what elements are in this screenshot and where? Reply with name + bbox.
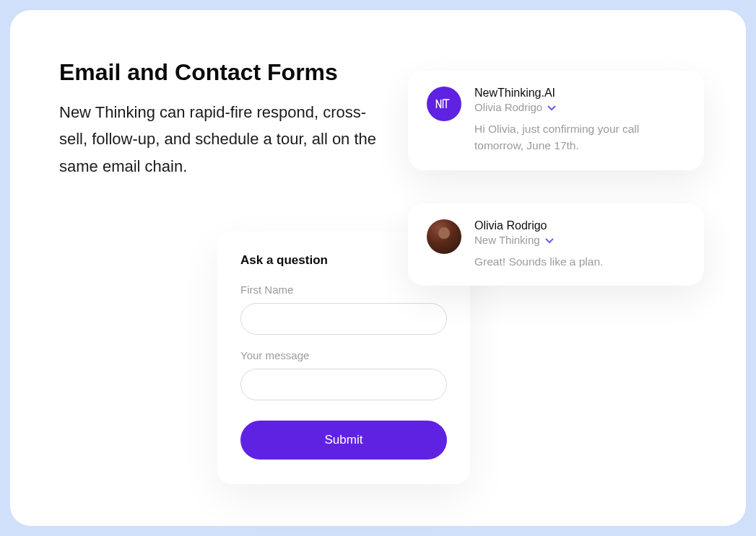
message-text: Great! Sounds like a plan. xyxy=(474,253,685,270)
email-message-card: NewThinking.AI Olivia Rodrigo Hi Olivia,… xyxy=(408,71,704,170)
first-name-label: First Name xyxy=(240,284,447,296)
message-text: Hi Olivia, just confirming your call tom… xyxy=(474,120,685,154)
message-body: Olivia Rodrigo New Thinking Great! Sound… xyxy=(474,219,685,270)
person-avatar xyxy=(427,219,461,254)
email-message-card: Olivia Rodrigo New Thinking Great! Sound… xyxy=(408,203,704,286)
ai-avatar-icon xyxy=(427,87,461,121)
recipient-dropdown[interactable]: Olivia Rodrigo xyxy=(474,101,685,113)
recipient-name: Olivia Rodrigo xyxy=(474,101,542,113)
content-panel: Email and Contact Forms New Thinking can… xyxy=(10,10,746,526)
message-input[interactable] xyxy=(240,369,447,400)
chevron-down-icon xyxy=(547,101,557,113)
message-label: Your message xyxy=(240,349,447,361)
sender-name: Olivia Rodrigo xyxy=(474,219,685,232)
first-name-input[interactable] xyxy=(240,303,447,335)
submit-button[interactable]: Submit xyxy=(240,421,447,460)
recipient-dropdown[interactable]: New Thinking xyxy=(474,234,685,246)
message-body: NewThinking.AI Olivia Rodrigo Hi Olivia,… xyxy=(474,87,685,154)
chevron-down-icon xyxy=(544,234,555,246)
sender-name: NewThinking.AI xyxy=(474,87,685,100)
recipient-name: New Thinking xyxy=(474,234,540,246)
page-description: New Thinking can rapid-fire respond, cro… xyxy=(59,99,377,180)
